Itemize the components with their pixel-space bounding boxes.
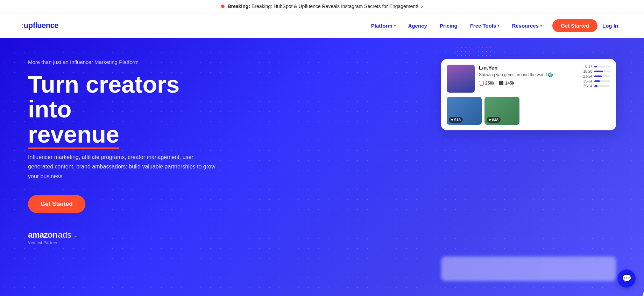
hero-description: Influencer marketing, affiliate programs… — [28, 152, 217, 181]
resources-chevron-icon: ▾ — [540, 24, 542, 28]
profile-info: Lin.Yen Showing you gems around the worl… — [479, 65, 578, 86]
amazon-arrow-icon: ⌣ — [73, 232, 78, 239]
announcement-dot — [221, 5, 225, 8]
age-bar-track — [594, 75, 610, 77]
platform-chevron-icon: ▾ — [394, 24, 396, 28]
photo-likes: ♥ 518 — [449, 117, 463, 123]
amazon-logo-text: amazon — [28, 230, 57, 240]
chat-bubble-button[interactable]: 💬 — [617, 269, 636, 288]
hero-title-underline: revenue — [28, 122, 119, 147]
tt-stat: ⬛ 145k — [499, 81, 515, 86]
profile-card: Lin.Yen Showing you gems around the worl… — [441, 59, 616, 130]
age-bar-row: 18-20 — [582, 70, 610, 73]
logo-bracket: : — [21, 21, 23, 30]
nav-link-agency[interactable]: Agency — [403, 20, 432, 31]
age-label: 21-24 — [582, 74, 592, 78]
nav-link-pricing[interactable]: Pricing — [435, 20, 462, 31]
hero-cta-button[interactable]: Get Started — [28, 195, 85, 213]
nav-cta-button[interactable]: Get Started — [552, 19, 597, 32]
age-bar-row: 25-34 — [582, 79, 610, 83]
nav-link-platform[interactable]: Platform ▾ — [366, 20, 401, 31]
nav-item-pricing[interactable]: Pricing — [435, 20, 462, 31]
chat-icon: 💬 — [622, 274, 631, 283]
heart-icon: ♥ — [489, 118, 491, 122]
age-bar-fill — [594, 71, 603, 72]
nav-item-free-tools[interactable]: Free Tools ▾ — [465, 20, 504, 31]
ig-stat: 250k — [479, 81, 495, 86]
hero-title: Turn creators into revenue — [28, 72, 217, 147]
nav-links: Platform ▾ Agency Pricing Free Tools ▾ R… — [366, 19, 597, 32]
age-bar-track — [594, 71, 610, 72]
announcement-arrow[interactable]: › — [421, 3, 423, 9]
heart-icon: ♥ — [451, 118, 453, 122]
hero-section: More than just an Influencer Marketing P… — [0, 38, 644, 296]
announcement-bar: Breaking: Breaking: HubSpot & Upfluence … — [0, 0, 644, 13]
photos-row: ♥ 518 ♥ 848 — [447, 97, 610, 125]
age-label: 25-34 — [582, 79, 592, 83]
logo[interactable]: :upfluence — [21, 21, 58, 30]
hero-content: More than just an Influencer Marketing P… — [0, 38, 245, 259]
amazon-logo: amazon ads ⌣ — [28, 230, 78, 240]
age-bar-fill — [594, 66, 597, 67]
avatar-image — [447, 65, 475, 93]
hero-subtitle: More than just an Influencer Marketing P… — [28, 59, 217, 65]
age-bar-track — [594, 66, 610, 67]
tiktok-icon: ⬛ — [499, 81, 504, 85]
age-bar-track — [594, 85, 610, 87]
profile-bio: Showing you gems around the world 🌍 — [479, 72, 578, 78]
photo-thumbnail: ♥ 518 — [447, 97, 482, 125]
nav-item-resources[interactable]: Resources ▾ — [507, 20, 547, 31]
amazon-badge: amazon ads ⌣ Verified Partner — [28, 230, 217, 245]
instagram-icon — [479, 81, 484, 86]
nav-link-free-tools[interactable]: Free Tools ▾ — [465, 20, 504, 31]
free-tools-chevron-icon: ▾ — [497, 24, 499, 28]
age-label: 0-17 — [582, 65, 592, 68]
blurred-card-decoration — [441, 257, 616, 281]
age-label: 18-20 — [582, 70, 592, 73]
age-bar-fill — [594, 85, 597, 87]
nav-item-platform[interactable]: Platform ▾ — [366, 20, 401, 31]
nav-item-agency[interactable]: Agency — [403, 20, 432, 31]
age-bar-track — [594, 80, 610, 82]
photo-likes: ♥ 848 — [487, 117, 501, 123]
nav-link-resources[interactable]: Resources ▾ — [507, 20, 547, 31]
age-label: 35-54 — [582, 84, 592, 88]
nav-login-link[interactable]: Log In — [597, 20, 623, 31]
amazon-verified-text: Verified Partner — [28, 240, 57, 245]
profile-avatar — [447, 65, 475, 93]
age-bar-row: 21-24 — [582, 74, 610, 78]
navbar: :upfluence Platform ▾ Agency Pricing Fre… — [0, 13, 644, 38]
profile-stats: 250k ⬛ 145k — [479, 81, 578, 86]
age-bar-row: 0-17 — [582, 65, 610, 68]
age-bar-row: 35-54 — [582, 84, 610, 88]
nav-item-get-started[interactable]: Get Started — [550, 19, 597, 32]
profile-header: Lin.Yen Showing you gems around the worl… — [447, 65, 610, 93]
amazon-ads-text: ads — [58, 230, 71, 240]
photo-thumbnail: ♥ 848 — [484, 97, 519, 125]
announcement-text: Breaking: Breaking: HubSpot & Upfluence … — [227, 3, 418, 9]
age-bar-fill — [594, 75, 602, 77]
age-bars: 0-17 18-20 21-24 25-34 35-54 — [582, 65, 610, 88]
profile-name: Lin.Yen — [479, 65, 578, 71]
age-bar-fill — [594, 80, 600, 82]
